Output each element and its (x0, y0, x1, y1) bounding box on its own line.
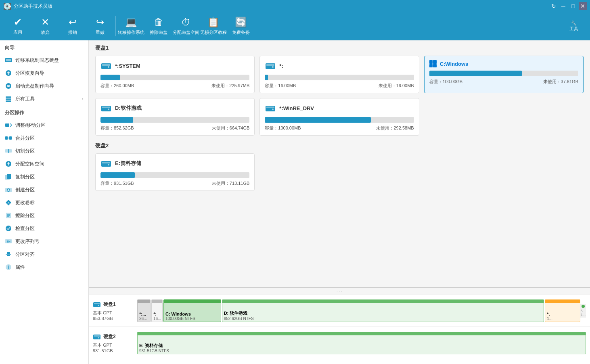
sidebar-item-merge[interactable]: 合并分区 (0, 132, 88, 144)
serial-icon: SN (5, 238, 12, 245)
partition-card-winre[interactable]: *:WinRE_DRV 容量：1000.00MB 未使用：292.58MB (259, 98, 419, 136)
backup-icon: 🔄 (235, 17, 247, 28)
allocate-icon (5, 160, 12, 167)
disk1-grid: *:SYSTEM 容量：260.00MB 未使用：225.97MB (95, 56, 584, 136)
resize-icon (5, 121, 12, 129)
partition-card-cwindows[interactable]: C:Windows 容量：100.00GB 未使用：37.81GB (424, 56, 584, 93)
undo-button[interactable]: ↩ 撤销 (59, 13, 86, 39)
maximize-icon: □ (571, 3, 575, 9)
progress-fill-winre (265, 117, 370, 123)
svg-point-57 (98, 337, 99, 339)
sidebar-item-bootdisk[interactable]: 启动光盘制作向导 (0, 79, 88, 92)
winre-free-label: 未使用：292.58MB (376, 125, 414, 131)
sidebar-item-split[interactable]: 切割分区 (0, 144, 88, 157)
backup-label: 免费备份 (232, 29, 250, 36)
sidebar-item-recovery[interactable]: 分区恢复向导 (0, 67, 88, 79)
windows-logo-icon (429, 60, 437, 67)
disk1-pd-size: 852.62GB NTFS (224, 316, 542, 321)
disk1-section: 硬盘1 *:SYSTEM (95, 44, 584, 136)
sidebar-item-serial-label: 更改序列号 (15, 238, 40, 245)
migrate-button[interactable]: 💻 转移操作系统 (117, 13, 145, 39)
sidebar: 向导 过移系统到固态硬盘 分区恢复向导 启动光盘制作向导 (0, 40, 89, 364)
hdd-icon-unnamed (265, 60, 276, 71)
winre-capacity-label: 容量：1000.00MB (265, 125, 301, 131)
partition-card-unnamed[interactable]: *: 容量：16.00MB 未使用：16.00MB (259, 56, 419, 93)
svg-rect-50 (102, 162, 110, 163)
sidebar-item-properties[interactable]: i 属性 (0, 261, 88, 274)
apply-button[interactable]: ✔ 应用 (4, 13, 31, 39)
sidebar-item-alltools[interactable]: 所有工具 › (0, 92, 88, 105)
tutorial-icon: 📋 (207, 17, 220, 28)
partition-card-system[interactable]: *:SYSTEM 容量：260.00MB 未使用：225.97MB (95, 56, 255, 93)
migrate-sidebar-icon (5, 56, 12, 64)
sidebar-item-wipe-label: 擦除分区 (15, 212, 35, 219)
toolbar-divider-1 (115, 16, 116, 36)
svg-rect-52 (93, 302, 100, 307)
partition-card-cwindows-name: C:Windows (440, 61, 469, 67)
tools-sidebar-icon (5, 95, 12, 103)
sidebar-partition-ops-title: 分区操作 (0, 105, 88, 119)
close-btn[interactable]: ✕ (579, 2, 587, 10)
tutorial-label: 无损分区教程 (200, 29, 227, 36)
sidebar-item-copy[interactable]: 复制分区 (0, 170, 88, 183)
disk1-pc-name: C: Windows (165, 312, 219, 316)
progress-bar-d (100, 117, 249, 123)
hdd-icon-system (100, 60, 112, 71)
sidebar-item-wipe[interactable]: 擦除分区 (0, 209, 88, 222)
svg-point-42 (272, 66, 274, 68)
app-icon: 💽 (3, 2, 11, 10)
disk2-pe-size: 931.51GB NTFS (139, 349, 584, 353)
migrate-icon: 💻 (125, 17, 137, 28)
disk1-partition-1[interactable]: *: 16... (151, 299, 163, 322)
refresh-btn[interactable]: ↻ (550, 2, 558, 10)
disk1-partition-c[interactable]: C: Windows 100.00GB NTFS (163, 299, 221, 322)
check-icon (5, 225, 12, 232)
partition-card-system-name: *:SYSTEM (115, 63, 140, 69)
disk2-partition-e[interactable]: E: 资料存储 931.51GB NTFS (137, 332, 586, 354)
refresh-icon: ↻ (551, 3, 556, 9)
sidebar-item-resize-label: 调整/移动分区 (15, 122, 46, 129)
migrate-label: 转移操作系统 (118, 29, 144, 36)
disk2-pe-name: E: 资料存储 (139, 343, 584, 349)
tutorial-button[interactable]: 📋 无损分区教程 (200, 13, 227, 39)
align-icon (5, 251, 12, 258)
disk1-partition-d[interactable]: D: 软件游戏 852.62GB NTFS (222, 299, 544, 322)
minimize-btn[interactable]: ─ (559, 2, 567, 10)
disk1-row-label: 硬盘1 (93, 300, 137, 308)
sidebar-item-migrate[interactable]: 过移系统到固态硬盘 (0, 54, 88, 67)
disk2-hdd-icon (93, 333, 101, 341)
sidebar-item-create[interactable]: 创建分区 (0, 183, 88, 196)
partition-indicator-1 (582, 305, 585, 308)
redo-button[interactable]: ↪ 重做 (86, 13, 114, 39)
sidebar-item-resize[interactable]: 调整/移动分区 (0, 119, 88, 132)
disk1-p1-size: 16... (153, 316, 161, 321)
partition-card-e[interactable]: E:资料存储 容量：931.51GB 未使用：713.11GB (95, 153, 255, 191)
recovery-sidebar-icon (5, 69, 12, 77)
maximize-btn[interactable]: □ (569, 2, 577, 10)
sidebar-item-serial[interactable]: SN 更改序列号 (0, 235, 88, 248)
wipe-button[interactable]: 🗑 擦除磁盘 (145, 13, 172, 39)
sidebar-item-align[interactable]: 分区对齐 (0, 248, 88, 261)
cancel-button[interactable]: ✕ 放弃 (31, 13, 59, 39)
apply-icon: ✔ (14, 17, 22, 28)
d-capacity-label: 容量：852.62GB (100, 125, 134, 131)
sidebar-item-split-label: 切割分区 (15, 148, 35, 155)
progress-bar-winre (265, 117, 414, 123)
disk1-row-name: 硬盘1 (103, 301, 116, 308)
sidebar-item-check[interactable]: 检查分区 (0, 222, 88, 235)
sidebar-item-label[interactable]: A 更改卷标 (0, 196, 88, 209)
disk1-partition-0[interactable]: *:... 26... (137, 299, 151, 322)
partition-card-d[interactable]: D:软件游戏 容量：852.62GB 未使用：664.74GB (95, 98, 255, 136)
backup-button[interactable]: 🔄 免费备份 (227, 13, 255, 39)
cwindows-capacity-label: 容量：100.00GB (429, 79, 463, 85)
svg-rect-9 (6, 100, 11, 102)
disk1-partition-last[interactable]: *. 1... (545, 299, 580, 322)
disk2-title: 硬盘2 (95, 142, 584, 149)
sidebar-item-allocate[interactable]: 分配空闲空间 (0, 157, 88, 170)
disk2-row-info: 硬盘2 基本 GPT 931.51GB (93, 333, 137, 353)
disk1-bottom-row: 硬盘1 基本 GPT 953.87GB *:... 26... *: (89, 295, 590, 327)
disk1-plast-name: *. (547, 312, 578, 316)
tools-button[interactable]: 🔧 工具 (562, 13, 586, 39)
disk1-row-type: 基本 GPT (93, 310, 137, 316)
extend-button[interactable]: ⏱ 分配磁盘空间 (172, 13, 200, 39)
